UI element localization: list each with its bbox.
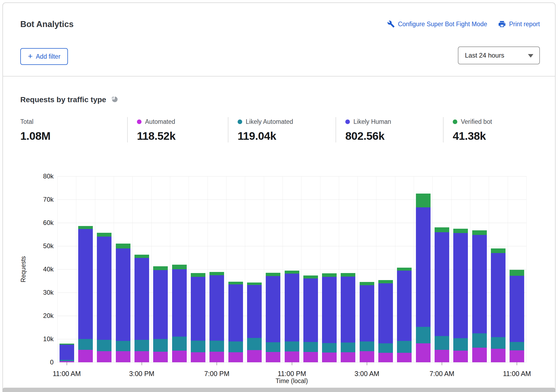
bar-700pm[interactable] <box>209 176 224 362</box>
automated-dot-icon <box>137 119 142 124</box>
likely-human-dot-icon <box>345 119 350 124</box>
stat-likely-human-label: Likely Human <box>353 118 391 125</box>
stat-likely-human[interactable]: Likely Human 802.56k <box>336 117 443 142</box>
bar-segment-likely-automated <box>397 341 412 353</box>
bar-1200am[interactable] <box>303 176 318 362</box>
bar-segment-automated <box>397 353 412 362</box>
x-axis-title: Time (local) <box>275 377 308 385</box>
bar-300pm[interactable] <box>134 176 149 362</box>
bar-segment-automated <box>209 352 224 362</box>
bar-500am[interactable] <box>397 176 412 362</box>
stat-verified-bot-label: Verified bot <box>461 118 492 125</box>
bar-segment-automated <box>153 352 168 362</box>
bar-1200pm[interactable] <box>78 176 93 362</box>
stat-automated[interactable]: Automated 118.52k <box>127 117 228 142</box>
configure-super-bot-fight-mode-link[interactable]: Configure Super Bot Fight Mode <box>387 20 487 28</box>
bar-700am[interactable] <box>435 176 449 362</box>
header-divider <box>2 76 556 77</box>
add-filter-label: Add filter <box>36 53 61 60</box>
bar-200pm[interactable] <box>116 176 130 362</box>
bar-segment-automated <box>435 350 449 362</box>
bar-segment-likely-human <box>472 235 487 334</box>
bar-segment-automated <box>453 351 468 362</box>
bar-segment-likely-human <box>209 275 224 341</box>
bar-segment-automated <box>472 348 487 362</box>
bar-segment-likely-automated <box>153 339 168 352</box>
bar-100am[interactable] <box>322 176 337 362</box>
bar-300am[interactable] <box>360 176 374 362</box>
bar-segment-likely-human <box>191 277 205 341</box>
add-filter-button[interactable]: + Add filter <box>20 48 68 65</box>
bar-800am[interactable] <box>453 176 468 362</box>
bar-segment-likely-automated <box>303 342 318 352</box>
bar-segment-automated <box>60 361 74 362</box>
bar-segment-automated <box>510 350 524 362</box>
bar-1000pm[interactable] <box>266 176 280 362</box>
bar-segment-likely-automated <box>97 340 111 351</box>
stat-verified-bot[interactable]: Verified bot 41.38k <box>443 117 540 142</box>
bar-400pm[interactable] <box>153 176 168 362</box>
stat-likely-automated[interactable]: Likely Automated 119.04k <box>228 117 336 142</box>
print-report-link[interactable]: Print report <box>498 20 540 28</box>
bar-800pm[interactable] <box>228 176 243 362</box>
stat-automated-value: 118.52k <box>137 130 228 142</box>
bar-segment-likely-human <box>341 277 355 343</box>
stat-total-label: Total <box>20 118 34 125</box>
bar-segment-likely-human <box>153 270 168 339</box>
printer-icon <box>498 20 506 28</box>
bar-segment-likely-human <box>97 237 111 340</box>
bar-1100am[interactable] <box>60 176 74 362</box>
stat-total-value: 1.08M <box>20 130 127 142</box>
chevron-down-icon <box>528 54 533 58</box>
bar-segment-likely-human <box>510 276 524 342</box>
bar-1100pm[interactable] <box>285 176 299 362</box>
bar-segment-verified-bot <box>285 271 299 274</box>
bar-segment-verified-bot <box>472 230 487 235</box>
bar-segment-verified-bot <box>397 268 412 271</box>
bar-1100am[interactable] <box>510 176 524 362</box>
bar-900pm[interactable] <box>247 176 262 362</box>
verified-bot-dot-icon <box>453 119 457 124</box>
bar-segment-likely-automated <box>285 341 299 351</box>
bar-segment-verified-bot <box>360 282 374 285</box>
bar-segment-verified-bot <box>341 273 355 277</box>
bar-900am[interactable] <box>472 176 487 362</box>
bar-segment-verified-bot <box>416 194 431 208</box>
bar-segment-likely-automated <box>435 336 449 350</box>
configure-link-label: Configure Super Bot Fight Mode <box>398 21 487 28</box>
bar-segment-likely-automated <box>209 341 224 352</box>
bar-segment-likely-human <box>491 253 506 337</box>
bar-500pm[interactable] <box>172 176 187 362</box>
bar-600am[interactable] <box>416 176 431 362</box>
bar-segment-likely-automated <box>360 341 374 351</box>
bar-segment-likely-human <box>397 271 412 341</box>
bar-segment-verified-bot <box>134 255 149 258</box>
bar-segment-likely-human <box>378 283 393 343</box>
bar-segment-automated <box>172 351 187 362</box>
bar-segment-verified-bot <box>322 273 337 277</box>
bar-100pm[interactable] <box>97 176 111 362</box>
bar-segment-likely-automated <box>491 337 506 349</box>
bar-segment-likely-human <box>116 248 130 341</box>
bar-600pm[interactable] <box>191 176 205 362</box>
bar-segment-verified-bot <box>78 226 93 229</box>
stat-total[interactable]: Total 1.08M <box>20 117 127 142</box>
bar-segment-automated <box>116 351 130 362</box>
bar-segment-verified-bot <box>172 265 187 269</box>
bar-segment-verified-bot <box>491 248 506 253</box>
bar-200am[interactable] <box>341 176 355 362</box>
bar-400am[interactable] <box>378 176 393 362</box>
stat-verified-bot-value: 41.38k <box>453 130 540 142</box>
bar-segment-likely-automated <box>472 333 487 348</box>
time-range-select[interactable]: Last 24 hours <box>458 46 540 64</box>
traffic-type-stats: Total 1.08M Automated 118.52k Likely Aut… <box>20 117 540 142</box>
bar-segment-verified-bot <box>209 272 224 275</box>
bar-segment-verified-bot <box>191 273 205 277</box>
likely-automated-dot-icon <box>238 119 242 124</box>
bar-1000am[interactable] <box>491 176 506 362</box>
bar-segment-likely-automated <box>341 343 355 352</box>
bar-segment-likely-human <box>360 285 374 341</box>
bar-segment-verified-bot <box>247 283 262 285</box>
bar-segment-likely-automated <box>247 338 262 350</box>
bar-segment-likely-automated <box>172 337 187 351</box>
